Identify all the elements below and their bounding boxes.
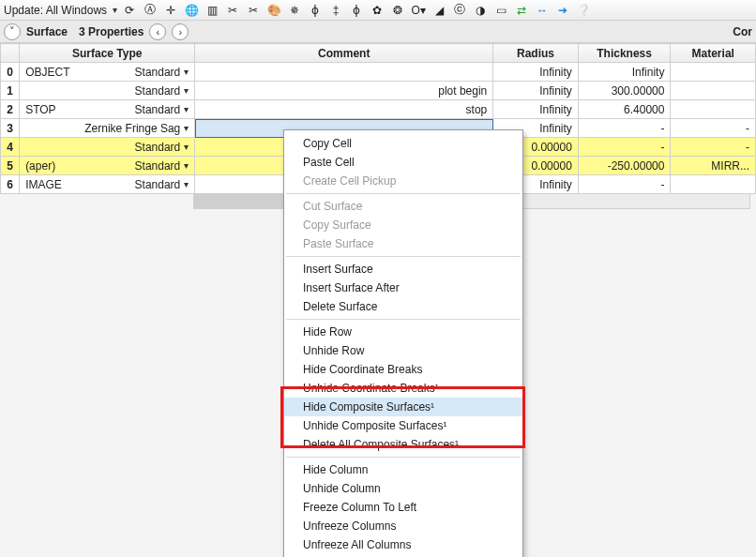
prev-button[interactable]: ‹ (149, 23, 166, 40)
col-header-index[interactable] (1, 44, 20, 63)
dropdown-caret-icon[interactable]: ▾ (113, 5, 117, 15)
surface-type-value: Standard (135, 178, 181, 191)
arrows-h-icon[interactable]: ↔ (534, 2, 551, 19)
menu-item[interactable]: Paste Cell (284, 153, 522, 172)
menu-item[interactable]: Delete All Composite Surfaces¹ (284, 435, 522, 454)
row-index-cell[interactable]: 5 (1, 157, 20, 175)
surface-type-cell[interactable]: Zernike Fringe Sag▾ (20, 119, 195, 138)
menu-item[interactable]: Copy Cell (284, 134, 522, 153)
bug-icon[interactable]: ✵ (286, 2, 303, 19)
o-dropdown-icon[interactable]: O▾ (410, 2, 427, 19)
material-cell[interactable]: - (671, 119, 756, 138)
menu-item[interactable]: Delete Surface (284, 297, 522, 316)
col-header-material[interactable]: Material (671, 44, 756, 63)
menu-item[interactable]: Insert Surface (284, 260, 522, 278)
col-header-comment[interactable]: Comment (195, 44, 493, 63)
menu-item[interactable]: Insert Surface After (284, 278, 522, 297)
row-index-cell[interactable]: 6 (1, 175, 20, 194)
surface-type-cell[interactable]: IMAGEStandard▾ (20, 175, 195, 194)
palette-icon[interactable]: 🎨 (265, 2, 282, 19)
material-cell[interactable] (671, 175, 756, 194)
next-button[interactable]: › (172, 23, 189, 40)
material-cell[interactable]: - (671, 138, 756, 157)
chevron-down-icon[interactable]: ▾ (184, 123, 189, 133)
material-cell[interactable]: MIRR... (671, 157, 756, 175)
leaf-icon[interactable]: ✿ (369, 2, 386, 19)
table-row: 2STOPStandard▾stopInfinity6.40000 (1, 100, 756, 119)
row-index-cell[interactable]: 3 (1, 119, 20, 138)
thickness-cell[interactable]: 6.40000 (578, 100, 671, 119)
surface-type-cell[interactable]: (aper)Standard▾ (20, 157, 195, 175)
material-cell[interactable] (671, 63, 756, 82)
comment-cell[interactable] (195, 63, 493, 82)
chevron-down-icon[interactable]: ▾ (184, 104, 189, 114)
row-index-cell[interactable]: 2 (1, 100, 20, 119)
cut2-icon[interactable]: ✂ (245, 2, 262, 19)
radius-cell[interactable]: Infinity (493, 63, 579, 82)
col-header-radius[interactable]: Radius (493, 44, 579, 63)
grid-header-row: Surface Type Comment Radius Thickness Ma… (1, 44, 756, 63)
comment-cell[interactable]: stop (195, 100, 493, 119)
phi2-icon[interactable]: ɸ (348, 2, 365, 19)
menu-item[interactable]: Hide Row (284, 323, 522, 341)
menu-item[interactable]: Hide Composite Surfaces¹ (284, 398, 522, 416)
toggle-icon[interactable]: ◑ (472, 2, 489, 19)
chevron-down-icon[interactable]: ▾ (184, 160, 189, 171)
row-index-cell[interactable]: 1 (1, 82, 20, 100)
menu-item[interactable]: Unfreeze All Columns (284, 535, 522, 554)
chevron-down-icon[interactable]: ▾ (184, 67, 189, 77)
thickness-cell[interactable]: - (578, 119, 671, 138)
menu-item[interactable]: Freeze Column To Left (284, 498, 522, 517)
thickness-cell[interactable]: -250.00000 (578, 157, 671, 175)
a-circle-icon[interactable]: Ⓐ (142, 2, 159, 19)
thickness-cell[interactable]: Infinity (578, 63, 671, 82)
material-cell[interactable] (671, 100, 756, 119)
sync-icon[interactable]: ⇄ (513, 2, 530, 19)
refresh-icon[interactable]: ⟳ (121, 2, 138, 19)
material-cell[interactable] (671, 82, 756, 100)
surface-type-cell[interactable]: Standard▾ (20, 138, 195, 157)
context-menu: Copy CellPaste CellCreate Cell PickupCut… (283, 129, 523, 557)
main-toolbar: Update: All Windows ▾ ⟳ Ⓐ ✛ 🌐 ▥ ✂ ✂ 🎨 ✵ … (0, 0, 756, 21)
menu-item[interactable]: Hide Column (284, 460, 522, 479)
row-index-cell[interactable]: 0 (1, 63, 20, 82)
surface-type-cell[interactable]: OBJECTStandard▾ (20, 63, 195, 82)
update-dropdown-label[interactable]: Update: All Windows (4, 4, 107, 17)
globe-icon[interactable]: 🌐 (183, 2, 200, 19)
row-index-cell[interactable]: 4 (1, 138, 20, 157)
phi-icon[interactable]: ɸ (307, 2, 324, 19)
slope-icon[interactable]: ◢ (431, 2, 447, 19)
thickness-cell[interactable]: - (578, 175, 671, 194)
radius-cell[interactable]: Infinity (493, 82, 579, 100)
menu-item: Copy Surface (284, 216, 522, 234)
comment-cell[interactable]: plot begin (195, 82, 493, 100)
menu-item[interactable]: Unhide Composite Surfaces¹ (284, 416, 522, 435)
help-icon[interactable]: ❔ (575, 2, 592, 19)
page-icon[interactable]: ▭ (492, 2, 509, 19)
chevron-down-icon[interactable]: ▾ (184, 85, 189, 96)
chevron-down-icon[interactable]: ▾ (184, 142, 189, 152)
cut-icon[interactable]: ✂ (224, 2, 241, 19)
radius-cell[interactable]: Infinity (493, 100, 579, 119)
menu-item[interactable]: Unhide Column (284, 479, 522, 498)
expand-toggle-icon[interactable]: ˅ (4, 23, 21, 40)
col-header-surface-type[interactable]: Surface Type (20, 44, 195, 63)
arrow-r-icon[interactable]: ➔ (554, 2, 571, 19)
menu-item[interactable]: Hide Coordinate Breaks (284, 360, 522, 379)
table-row: 0OBJECTStandard▾InfinityInfinity (1, 63, 756, 82)
menu-item[interactable]: Unfreeze Columns (284, 517, 522, 535)
crosshair-icon[interactable]: ✛ (162, 2, 179, 19)
menu-item[interactable]: Unhide Row (284, 341, 522, 360)
thickness-cell[interactable]: - (578, 138, 671, 157)
globe2-icon[interactable]: ❂ (389, 2, 406, 19)
thickness-cell[interactable]: 300.00000 (578, 82, 671, 100)
chevron-down-icon[interactable]: ▾ (184, 179, 189, 189)
mouse-icon[interactable]: ⓒ (451, 2, 468, 19)
divide-icon[interactable]: ‡ (327, 2, 344, 19)
surface-type-cell[interactable]: STOPStandard▾ (20, 100, 195, 119)
menu-item[interactable]: Unhide Coordinate Breaks¹ (284, 379, 522, 398)
surface-type-cell[interactable]: Standard▾ (20, 82, 195, 100)
col-header-thickness[interactable]: Thickness (578, 44, 671, 63)
menu-separator (286, 256, 521, 257)
chart-icon[interactable]: ▥ (204, 2, 220, 19)
